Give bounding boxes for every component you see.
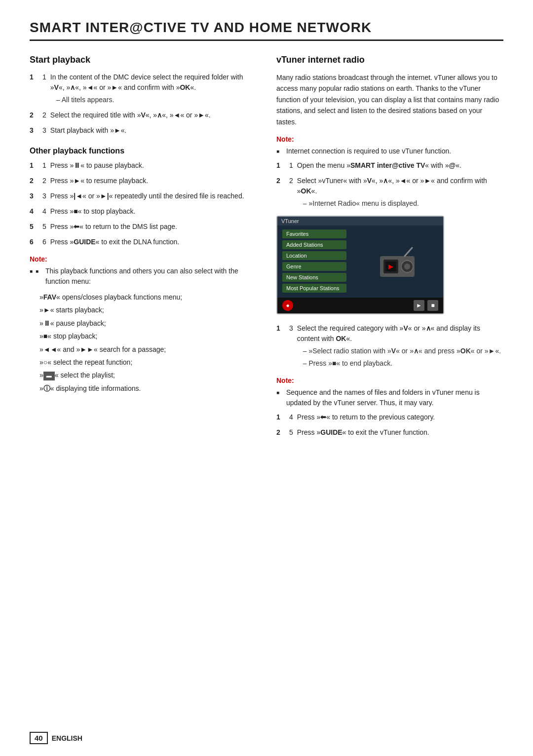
other-playback-note: Note: ■This playback functions and other…: [30, 255, 257, 395]
other-playback-list: 1 Press »⏸« to pause playback. 2 Press »…: [30, 160, 257, 247]
vtuner-step-3-list: 3 Select the required category with »V« …: [276, 323, 503, 369]
vtuner-footer: ● ► ■: [277, 298, 443, 313]
vtuner-new-stations: New Stations: [282, 273, 346, 282]
vtuner-note1: Note: ■ Internet connection is required …: [276, 135, 503, 156]
vtuner-added-stations: Added Stations: [282, 240, 346, 249]
vtuner-step-4: 4 Press »⬅« to return to the previous ca…: [276, 412, 503, 422]
vtuner-footer-record-icon: ●: [282, 300, 293, 311]
vtuner-stop-btn: ■: [427, 300, 438, 311]
vtuner-screen-label: VTuner: [281, 218, 299, 224]
bullet-playlist: »▬« select the playlist;: [39, 369, 257, 381]
bullet-repeat: »○« select the repeat function;: [39, 356, 257, 369]
vtuner-steps-1-2: 1 Open the menu »SMART inter@ctive TV« w…: [276, 160, 503, 209]
vtuner-steps-4-5: 4 Press »⬅« to return to the previous ca…: [276, 412, 503, 438]
other-step-6: 6 Press »GUIDE« to exit the DLNA functio…: [30, 237, 257, 247]
page-number: 40: [30, 732, 48, 744]
svg-point-3: [404, 264, 410, 269]
vtuner-menu: Favorites Added Stations Location Genre …: [277, 226, 351, 297]
page-footer: 40 ENGLISH: [30, 732, 82, 744]
vtuner-step-1: 1 Open the menu »SMART inter@ctive TV« w…: [276, 160, 503, 171]
svg-line-6: [405, 248, 412, 256]
other-step-1: 1 Press »⏸« to pause playback.: [30, 160, 257, 171]
other-step-2: 2 Press »►« to resume playback.: [30, 176, 257, 186]
radio-icon: [378, 244, 417, 278]
page-title: SMART INTER@CTIVE TV AND HOME NETWORK: [30, 20, 503, 41]
bullet-fav: »FAV« opens/closes playback functions me…: [39, 291, 257, 303]
vtuner-note2: Note: ■ Sequence and the names of files …: [276, 377, 503, 408]
vtuner-location: Location: [282, 251, 346, 260]
vtuner-step-2: 2 Select »vTuner« with »V«, »∧«, »◄« or …: [276, 176, 503, 209]
bullet-search: »◄◄« and »►►« search for a passage;: [39, 343, 257, 356]
bullet-play: »►« starts playback;: [39, 303, 257, 316]
bullet-stop: »■« stop playback;: [39, 330, 257, 342]
vtuner-description: Many radio stations broadcast through th…: [276, 72, 503, 127]
start-step-1: 1 In the content of the DMC device selec…: [30, 72, 257, 105]
other-step-5: 5 Press »⬅« to return to the DMS list pa…: [30, 222, 257, 232]
vtuner-play-btn: ►: [414, 300, 424, 311]
vtuner-step-3: 3 Select the required category with »V« …: [276, 323, 503, 369]
bullet-pause: »⏸« pause playback;: [39, 317, 257, 330]
vtuner-genre: Genre: [282, 262, 346, 271]
function-menu-bullets: »FAV« opens/closes playback functions me…: [30, 291, 257, 395]
language-label: ENGLISH: [52, 734, 82, 742]
start-playback-title: Start playback: [30, 55, 257, 65]
start-step-2: 2 Select the required title with »V«, »∧…: [30, 110, 257, 120]
vtuner-popular: Most Popular Stations: [282, 284, 346, 293]
left-column: Start playback 1 In the content of the D…: [30, 55, 257, 443]
vtuner-step-5: 5 Press »GUIDE« to exit the vTuner funct…: [276, 427, 503, 438]
other-step-4: 4 Press »■« to stop playback.: [30, 206, 257, 217]
other-playback-title: Other playback functions: [30, 147, 257, 155]
other-step-3: 3 Press »|◄« or »►|« repeatedly until th…: [30, 191, 257, 201]
right-column: vTuner internet radio Many radio station…: [276, 55, 503, 443]
bullet-info: »ⓘ« displaying title informations.: [39, 382, 257, 395]
start-playback-list: 1 In the content of the DMC device selec…: [30, 72, 257, 136]
vtuner-title: vTuner internet radio: [276, 55, 503, 65]
vtuner-favorites: Favorites: [282, 229, 346, 238]
start-step-3: 3 Start playback with »►«.: [30, 125, 257, 136]
vtuner-screenshot: VTuner Favorites Added Stations Location…: [276, 216, 444, 314]
